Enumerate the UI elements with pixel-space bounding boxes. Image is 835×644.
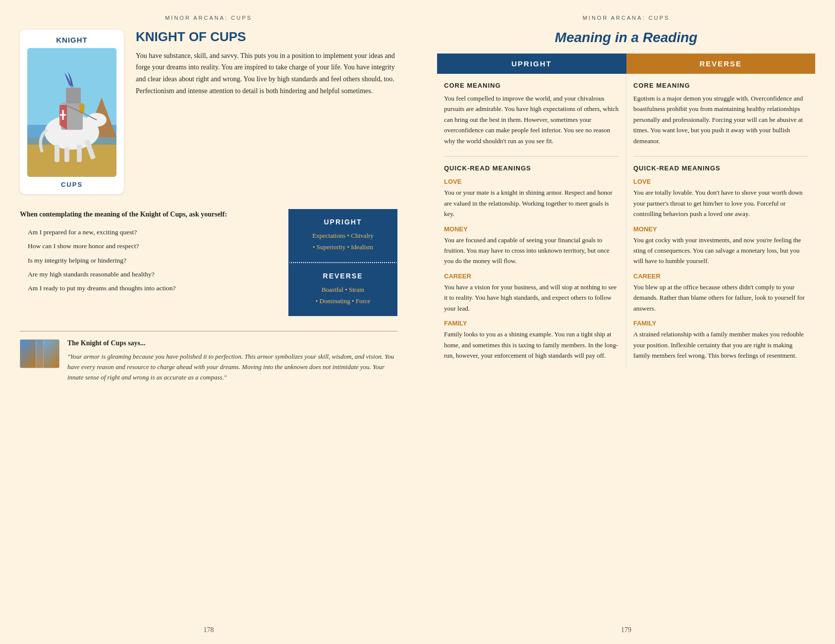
svg-rect-8	[77, 145, 82, 162]
mini-card-3	[43, 339, 59, 368]
svg-rect-16	[60, 114, 66, 116]
upright-divider	[444, 156, 619, 157]
reverse-column: CORE MEANING Egotism is a major demon yo…	[626, 74, 815, 369]
upright-career-label: CAREER	[444, 272, 619, 280]
left-page: MINOR ARCANA: CUPS KNIGHT	[0, 0, 417, 644]
upright-love-label: LOVE	[444, 178, 619, 185]
question-3: Is my integrity helping or hindering?	[20, 254, 277, 268]
svg-rect-7	[64, 147, 69, 162]
reverse-box-title: REVERSE	[298, 272, 388, 280]
right-page: MINOR ARCANA: CUPS Meaning in a Reading …	[417, 0, 835, 644]
reverse-divider	[633, 156, 808, 157]
knight-says-quote: "Your armor is gleaming because you have…	[67, 351, 397, 383]
question-4: Are my high standards reasonable and hea…	[20, 268, 277, 281]
right-header: MINOR ARCANA: CUPS	[437, 15, 815, 21]
upright-reverse-box: UPRIGHT Expectations • Chivalry• Superio…	[288, 209, 397, 316]
left-header: MINOR ARCANA: CUPS	[20, 15, 397, 21]
svg-rect-6	[55, 145, 59, 162]
reverse-money-text: You got cocky with your investments, and…	[633, 235, 808, 267]
questions-list: Am I prepared for a new, exciting quest?…	[20, 225, 277, 295]
reverse-box-words: Boastful • Strain• Dominating • Force	[298, 284, 388, 307]
meaning-headers: UPRIGHT REVERSE	[437, 54, 815, 74]
mini-card-1	[20, 339, 36, 368]
question-2: How can I show more honor and respect?	[20, 239, 277, 253]
meaning-title: Meaning in a Reading	[437, 30, 815, 46]
card-description: KNIGHT OF CUPS You have substance, skill…	[136, 30, 397, 194]
upright-money-text: You are focused and capable of seeing yo…	[444, 235, 619, 267]
card-title: KNIGHT	[26, 36, 118, 44]
upright-column-header: UPRIGHT	[437, 54, 626, 74]
section-title: KNIGHT OF CUPS	[136, 30, 397, 44]
upright-money-label: MONEY	[444, 225, 619, 233]
left-page-number: 178	[204, 626, 214, 634]
knight-says-section: The Knight of Cups says... "Your armor i…	[20, 331, 397, 383]
card-image	[27, 48, 116, 177]
question-5: Am I ready to put my dreams and thoughts…	[20, 281, 277, 295]
contemplating-section: When contemplating the meaning of the Kn…	[20, 209, 397, 316]
card-container: KNIGHT	[20, 30, 124, 194]
question-1: Am I prepared for a new, exciting quest?	[20, 225, 277, 239]
reverse-career-text: You blew up at the office because others…	[633, 282, 808, 314]
upright-keywords-box: UPRIGHT Expectations • Chivalry• Superio…	[288, 209, 397, 262]
upright-core-text: You feel compelled to improve the world,…	[444, 93, 619, 146]
reverse-keywords-box: REVERSE Boastful • Strain• Dominating • …	[288, 263, 397, 316]
reverse-love-text: You are totally lovable. You don't have …	[633, 187, 808, 219]
reverse-money-label: MONEY	[633, 225, 808, 233]
upright-family-label: FAMILY	[444, 320, 619, 327]
contemplating-intro: When contemplating the meaning of the Kn…	[20, 209, 277, 219]
description-text: You have substance, skill, and savvy. Th…	[136, 50, 397, 97]
upright-column: CORE MEANING You feel compelled to impro…	[437, 74, 626, 369]
upright-family-text: Family looks to you as a shining example…	[444, 329, 619, 361]
questions-box: When contemplating the meaning of the Kn…	[20, 209, 277, 295]
reverse-love-label: LOVE	[633, 178, 808, 185]
upright-love-text: You or your mate is a knight in shining …	[444, 187, 619, 219]
right-page-number: 179	[621, 626, 631, 634]
reverse-career-label: CAREER	[633, 272, 808, 280]
mini-cards	[20, 339, 59, 368]
upright-quick-title: QUICK-READ MEANINGS	[444, 164, 619, 172]
upright-box-title: UPRIGHT	[298, 218, 388, 226]
upright-career-text: You have a vision for your business, and…	[444, 282, 619, 314]
upright-core-title: CORE MEANING	[444, 82, 619, 89]
knight-says-content: The Knight of Cups says... "Your armor i…	[67, 339, 397, 383]
meaning-body: CORE MEANING You feel compelled to impro…	[437, 74, 815, 369]
card-subtitle: CUPS	[26, 181, 118, 188]
reverse-core-text: Egotism is a major demon you struggle wi…	[633, 93, 808, 146]
reverse-column-header: REVERSE	[626, 54, 816, 74]
reverse-quick-title: QUICK-READ MEANINGS	[633, 164, 808, 172]
reverse-family-label: FAMILY	[633, 320, 808, 327]
reverse-core-title: CORE MEANING	[633, 82, 808, 89]
reverse-family-text: A strained relationship with a family me…	[633, 329, 808, 361]
knight-section: KNIGHT	[20, 30, 397, 194]
meaning-table: UPRIGHT REVERSE CORE MEANING You feel co…	[437, 54, 815, 369]
knight-says-title: The Knight of Cups says...	[67, 339, 397, 347]
upright-box-words: Expectations • Chivalry• Superiority • I…	[298, 230, 388, 253]
svg-rect-11	[66, 88, 81, 104]
